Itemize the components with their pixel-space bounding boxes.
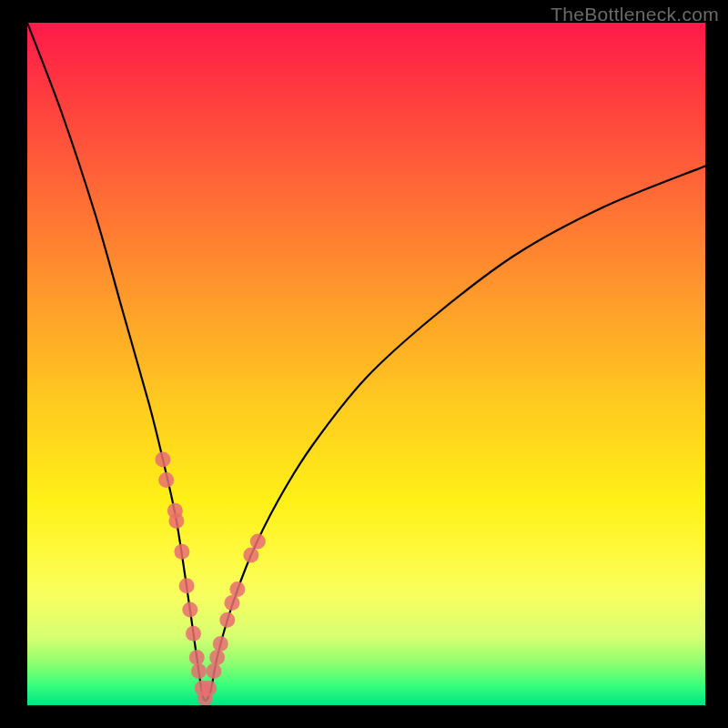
highlight-dots-left (156, 452, 213, 706)
highlight-dot (179, 578, 195, 593)
highlight-dot (250, 534, 266, 550)
highlight-dot (225, 595, 240, 611)
bottleneck-curve (27, 23, 705, 701)
highlight-dots-right (201, 534, 266, 696)
highlight-dot (191, 663, 207, 679)
highlight-dot (168, 513, 184, 529)
plot-area (27, 23, 705, 705)
highlight-dot (243, 548, 258, 563)
highlight-dot (156, 452, 171, 468)
highlight-dot (219, 612, 235, 628)
highlight-dot (158, 472, 174, 488)
highlight-dot (209, 650, 225, 665)
highlight-dot (189, 650, 205, 665)
bottleneck-curve-svg (27, 23, 705, 705)
highlight-dot (186, 626, 201, 642)
highlight-dot (229, 581, 245, 597)
curve-group (27, 23, 705, 701)
highlight-dot (206, 663, 221, 679)
highlight-dot (213, 636, 228, 652)
highlight-dot (201, 681, 217, 696)
chart-frame: TheBottleneck.com (0, 0, 728, 728)
highlight-dot (182, 602, 197, 618)
highlight-dot (174, 544, 189, 560)
